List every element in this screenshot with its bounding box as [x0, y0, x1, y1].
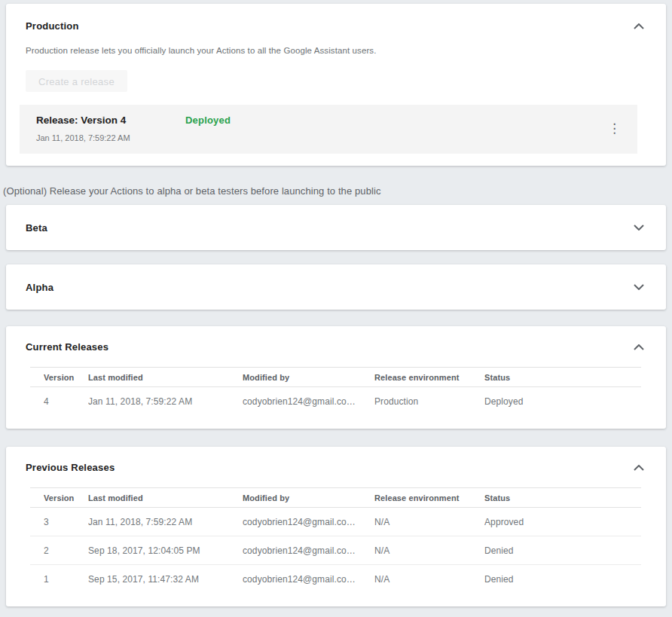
table-row: 1 Sep 15, 2017, 11:47:32 AM codyobrien12…	[30, 565, 641, 594]
cell-status: Deployed	[484, 387, 641, 416]
previous-releases-table: Version Last modified Modified by Releas…	[30, 487, 641, 593]
cell-status: Denied	[484, 565, 641, 594]
column-header-last-modified: Last modified	[88, 488, 243, 508]
production-description: Production release lets you officially l…	[26, 46, 646, 55]
cell-last-modified: Jan 11, 2018, 7:59:22 AM	[88, 387, 243, 416]
production-card-header: Production	[26, 20, 646, 32]
production-title: Production	[26, 20, 79, 32]
production-collapse-button[interactable]	[631, 22, 646, 31]
create-release-button[interactable]: Create a release	[26, 70, 127, 92]
current-releases-collapse-button[interactable]	[631, 343, 646, 352]
chevron-up-icon	[634, 344, 644, 350]
cell-version: 3	[30, 508, 88, 536]
cell-release-environment: N/A	[374, 565, 484, 594]
table-row: 2 Sep 18, 2017, 12:04:05 PM codyobrien12…	[30, 536, 641, 565]
beta-title: Beta	[26, 222, 47, 234]
production-card: Production Production release lets you o…	[6, 4, 666, 166]
release-overflow-menu-button[interactable]: ⋮	[602, 121, 627, 136]
cell-modified-by: codyobrien124@gmail.co…	[243, 387, 374, 416]
cell-version: 2	[30, 536, 88, 565]
releases-page: Production Production release lets you o…	[0, 0, 672, 606]
previous-releases-card: Previous Releases Version Last modified …	[6, 447, 666, 606]
current-releases-title: Current Releases	[26, 341, 108, 353]
table-row: 4 Jan 11, 2018, 7:59:22 AM codyobrien124…	[30, 387, 641, 416]
alpha-expand-button[interactable]	[631, 283, 646, 292]
alpha-title: Alpha	[26, 282, 53, 293]
cell-version: 4	[30, 387, 88, 416]
column-header-version: Version	[30, 368, 88, 387]
current-releases-card: Current Releases Version Last modified M…	[6, 326, 666, 429]
chevron-down-icon	[634, 225, 644, 231]
table-header-row: Version Last modified Modified by Releas…	[30, 488, 641, 508]
table-row: 3 Jan 11, 2018, 7:59:22 AM codyobrien124…	[30, 508, 641, 536]
previous-releases-collapse-button[interactable]	[631, 463, 646, 472]
column-header-status: Status	[484, 368, 641, 387]
chevron-up-icon	[634, 465, 644, 471]
release-info: Release: Version 4 Deployed Jan 11, 2018…	[36, 115, 231, 142]
kebab-menu-icon: ⋮	[608, 121, 621, 136]
cell-last-modified: Sep 18, 2017, 12:04:05 PM	[88, 536, 243, 565]
beta-expand-button[interactable]	[631, 223, 646, 232]
release-status-badge: Deployed	[185, 115, 231, 126]
release-item: Release: Version 4 Deployed Jan 11, 2018…	[20, 105, 637, 154]
cell-release-environment: Production	[374, 387, 484, 416]
previous-releases-header: Previous Releases	[6, 462, 666, 473]
cell-status: Approved	[484, 508, 641, 536]
cell-status: Denied	[484, 536, 641, 565]
cell-release-environment: N/A	[374, 536, 484, 565]
column-header-modified-by: Modified by	[243, 488, 374, 508]
column-header-status: Status	[484, 488, 641, 508]
alpha-card[interactable]: Alpha	[6, 264, 666, 310]
cell-modified-by: codyobrien124@gmail.co…	[243, 565, 374, 594]
optional-note: (Optional) Release your Actions to alpha…	[3, 185, 666, 197]
chevron-down-icon	[634, 284, 644, 290]
column-header-release-environment: Release environment	[374, 488, 484, 508]
column-header-release-environment: Release environment	[374, 368, 484, 387]
beta-card[interactable]: Beta	[6, 205, 666, 250]
cell-last-modified: Jan 11, 2018, 7:59:22 AM	[88, 508, 243, 536]
cell-release-environment: N/A	[374, 508, 484, 536]
release-date: Jan 11, 2018, 7:59:22 AM	[36, 133, 231, 142]
table-header-row: Version Last modified Modified by Releas…	[30, 368, 641, 387]
cell-last-modified: Sep 15, 2017, 11:47:32 AM	[88, 565, 243, 594]
current-releases-header: Current Releases	[6, 341, 666, 353]
column-header-modified-by: Modified by	[243, 368, 374, 387]
cell-modified-by: codyobrien124@gmail.co…	[243, 536, 374, 565]
column-header-last-modified: Last modified	[88, 368, 243, 387]
cell-modified-by: codyobrien124@gmail.co…	[243, 508, 374, 536]
release-title: Release: Version 4	[36, 115, 185, 126]
chevron-up-icon	[634, 23, 644, 29]
current-releases-table: Version Last modified Modified by Releas…	[30, 367, 641, 415]
cell-version: 1	[30, 565, 88, 594]
column-header-version: Version	[30, 488, 88, 508]
previous-releases-title: Previous Releases	[26, 462, 115, 473]
